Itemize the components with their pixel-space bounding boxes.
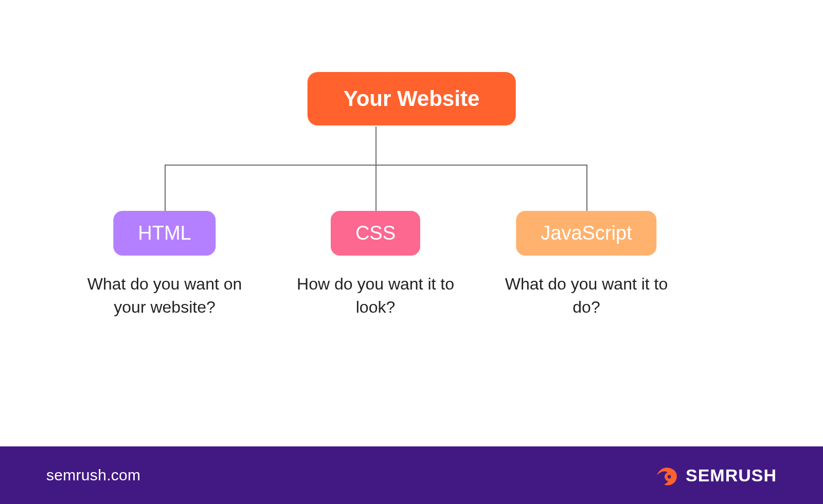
caption-css: How do you want it to look? bbox=[291, 273, 460, 319]
child-node-css: CSS bbox=[331, 211, 420, 256]
brand-name: SEMRUSH bbox=[686, 465, 777, 485]
connector-line bbox=[586, 165, 587, 211]
caption-html: What do you want on your website? bbox=[80, 273, 249, 319]
svg-point-1 bbox=[668, 475, 671, 479]
diagram-canvas: Your Website HTML CSS JavaScript What do… bbox=[0, 0, 823, 504]
connector-line bbox=[165, 165, 166, 211]
brand-logo: SEMRUSH bbox=[654, 463, 777, 488]
connector-line bbox=[375, 165, 377, 211]
footer-bar: semrush.com SEMRUSH bbox=[0, 446, 823, 504]
root-node: Your Website bbox=[308, 72, 516, 125]
fireball-icon bbox=[654, 463, 678, 488]
caption-js: What do you want it to do? bbox=[502, 273, 671, 319]
footer-url: semrush.com bbox=[46, 466, 140, 484]
connector-line bbox=[375, 127, 377, 165]
child-node-html: HTML bbox=[113, 211, 216, 256]
child-node-js: JavaScript bbox=[516, 211, 656, 256]
